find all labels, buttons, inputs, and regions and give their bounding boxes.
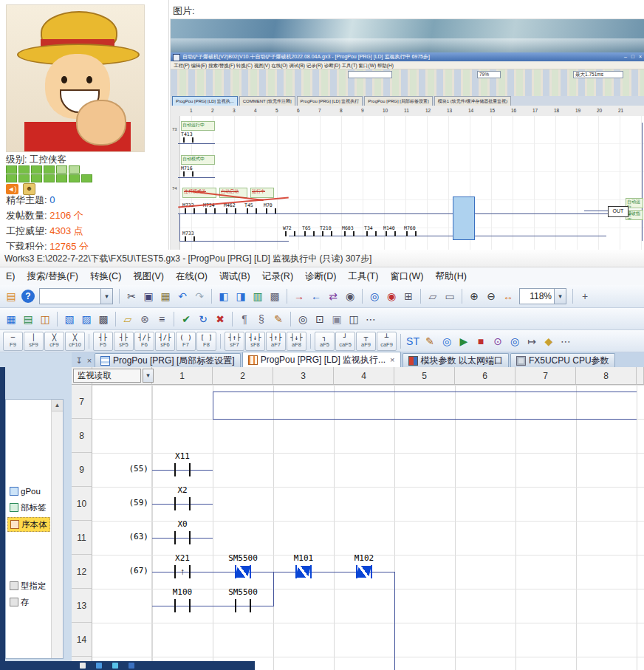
paste-icon[interactable]: ▦ (157, 288, 174, 304)
tree-item-2[interactable]: 序本体 (7, 517, 50, 532)
ladder-symbol-sF5-button[interactable]: ┤├sF5 (114, 332, 134, 351)
device-comment-icon[interactable]: ▧ (61, 311, 78, 327)
ladder-symbol-aF9-button[interactable]: ┬aF9 (356, 332, 376, 351)
settings-icon[interactable]: ⊛ (137, 311, 153, 327)
tab-close-icon[interactable]: × (390, 355, 394, 364)
column-header-2[interactable]: 2 (213, 367, 273, 385)
ladder-symbol-caF5-button[interactable]: ┘caF5 (335, 332, 355, 351)
ladder-contact-M102[interactable] (355, 564, 373, 579)
ladder-symbol-F8-button[interactable]: [ ]F8 (196, 332, 216, 351)
avatar-image[interactable] (6, 4, 145, 152)
window-split-icon[interactable]: ◫ (346, 311, 362, 327)
undo-icon[interactable]: ↶ (174, 288, 191, 304)
tree-item-3[interactable]: 型指定 (7, 579, 49, 592)
row-header-9[interactable]: 9 (72, 453, 92, 487)
ladder-editor[interactable]: 123456787891011121314(55)X11(59)X2(63)X0… (72, 367, 644, 670)
device-search-icon[interactable]: ◎ (295, 311, 311, 327)
statement-display-icon[interactable]: § (253, 311, 270, 327)
menu-item-1[interactable]: 搜索/替换(F) (21, 267, 84, 285)
monitor-on-icon[interactable]: ▶ (456, 333, 472, 349)
row-header-11[interactable]: 11 (72, 521, 92, 555)
ladder-contact-X0[interactable] (174, 530, 191, 545)
menu-item-6[interactable]: 记录(R) (256, 267, 299, 285)
window-titlebar[interactable]: Works3 E:\2022-7-22\下载\FX5U\TEST5.gx3 - … (0, 250, 644, 267)
pin-icon[interactable]: ↧ (74, 354, 84, 367)
menu-item-9[interactable]: 窗口(W) (384, 267, 429, 285)
verify-with-plc-icon[interactable]: ⇄ (325, 288, 341, 304)
taskbar-app-icon-3[interactable] (129, 663, 134, 669)
column-header-5[interactable]: 5 (394, 367, 455, 385)
menu-item-3[interactable]: 视图(V) (127, 267, 170, 285)
menu-item-4[interactable]: 在线(O) (170, 267, 213, 285)
menu-item-0[interactable]: E) (0, 267, 21, 285)
window-tile-icon[interactable]: ▭ (442, 288, 458, 304)
ladder-symbol-cF9-button[interactable]: ╳cF9 (44, 332, 64, 351)
taskbar-app-icon-2[interactable] (112, 663, 118, 669)
zoom-out-icon[interactable]: ⊖ (483, 288, 499, 304)
column-header-6[interactable]: 6 (455, 367, 515, 385)
menu-item-2[interactable]: 转换(C) (84, 267, 127, 285)
menu-item-10[interactable]: 帮助(H) (430, 267, 473, 285)
copy-icon[interactable]: ▣ (140, 288, 157, 304)
ladder-symbol-sF9-button[interactable]: │sF9 (24, 332, 44, 351)
tab-cpu-param[interactable]: FX5UCPU CPU参数 (510, 353, 615, 367)
monitor-stop-icon[interactable]: ◨ (233, 288, 249, 304)
tree-item-1[interactable]: 部标签 (7, 501, 49, 514)
find-device-icon[interactable]: ◎ (507, 333, 523, 349)
find-icon[interactable]: ◎ (366, 288, 383, 304)
ladder-symbol-F5-button[interactable]: ┤├F5 (93, 332, 113, 351)
ladder-symbol-cF10-button[interactable]: ╳cF10 (65, 332, 85, 351)
ladder-contact-M101[interactable] (295, 564, 312, 579)
find-replace-icon[interactable]: ◉ (383, 288, 400, 304)
row-header-13[interactable]: 13 (72, 589, 92, 623)
cut-icon[interactable]: ✂ (123, 288, 140, 304)
ladder-symbol-caF9-button[interactable]: ┴caF9 (377, 332, 397, 351)
row-header-14[interactable]: 14 (72, 623, 92, 657)
row-header-8[interactable]: 8 (72, 419, 92, 453)
project-icon[interactable]: ▤ (3, 288, 19, 304)
zoom-in-icon[interactable]: ⊕ (466, 288, 482, 304)
ladder-symbol-sF6-button[interactable]: ┤/├sF6 (155, 332, 175, 351)
monitor-mode-dropdown-icon[interactable]: ▾ (143, 369, 154, 383)
redo-icon[interactable]: ↷ (191, 288, 208, 304)
ladder-symbol-sF8-button[interactable]: ┤↓├sF8 (245, 332, 265, 351)
ladder-symbol-F9-button[interactable]: ─F9 (3, 332, 23, 351)
tab-label-table[interactable]: ProgPou [PRG] [局部标签设置] (95, 353, 241, 367)
bookmark-icon[interactable]: ◆ (541, 333, 557, 349)
ladder-symbol-F6-button[interactable]: ┤/├F6 (134, 332, 154, 351)
pan-icon[interactable]: + (577, 288, 593, 304)
column-header-8[interactable]: 8 (576, 367, 637, 385)
ladder-symbol-aF7-button[interactable]: ┤↑├aF7 (266, 332, 286, 351)
windows-taskbar[interactable] (0, 661, 255, 670)
column-header-7[interactable]: 7 (515, 367, 576, 385)
ladder-symbol-F7-button[interactable]: ( )F7 (176, 332, 196, 351)
fit-width-icon[interactable]: ↔ (500, 288, 516, 304)
tab-module-param[interactable]: 模块参数 以太网端口 (402, 353, 509, 367)
label-editor-icon[interactable]: ▤ (20, 311, 36, 327)
convert-icon[interactable]: ✔ (178, 311, 194, 327)
row-header-10[interactable]: 10 (72, 487, 92, 521)
comment-display-icon[interactable]: ¶ (236, 311, 253, 327)
monitor-off-icon[interactable]: ■ (473, 333, 489, 349)
panel-close-icon[interactable]: × (84, 354, 95, 367)
ladder-contact-M100[interactable] (174, 598, 191, 613)
menu-item-7[interactable]: 诊断(D) (299, 267, 342, 285)
window-cascade-icon[interactable]: ▱ (425, 288, 441, 304)
interlock-icon[interactable]: ▣ (329, 311, 345, 327)
embedded-screenshot[interactable]: 自动铲子爆破机(V2)B02(V10.十自动铲子爆破机2022.08.04A.g… (170, 18, 644, 251)
scroll-up-icon[interactable]: ▲ (52, 400, 63, 411)
remote-operation-icon[interactable]: ◉ (342, 288, 358, 304)
ladder-contact-X11[interactable] (174, 462, 191, 477)
read-mode-icon[interactable]: ◎ (439, 333, 455, 349)
jump-icon[interactable]: ↦ (524, 333, 540, 349)
edit-ladder-icon[interactable]: ✎ (422, 333, 438, 349)
tree-item-4[interactable]: 存 (7, 595, 32, 609)
ladder-contact-X2[interactable] (174, 496, 191, 511)
row-header-7[interactable]: 7 (72, 385, 92, 419)
menu-item-5[interactable]: 调试(B) (213, 267, 256, 285)
memory-card-icon[interactable]: ▩ (95, 311, 112, 327)
help-icon[interactable]: ? (21, 290, 35, 303)
monitor-start-icon[interactable]: ◧ (216, 288, 232, 304)
parameter-icon[interactable]: ▦ (3, 311, 19, 327)
column-header-4[interactable]: 4 (334, 367, 394, 385)
